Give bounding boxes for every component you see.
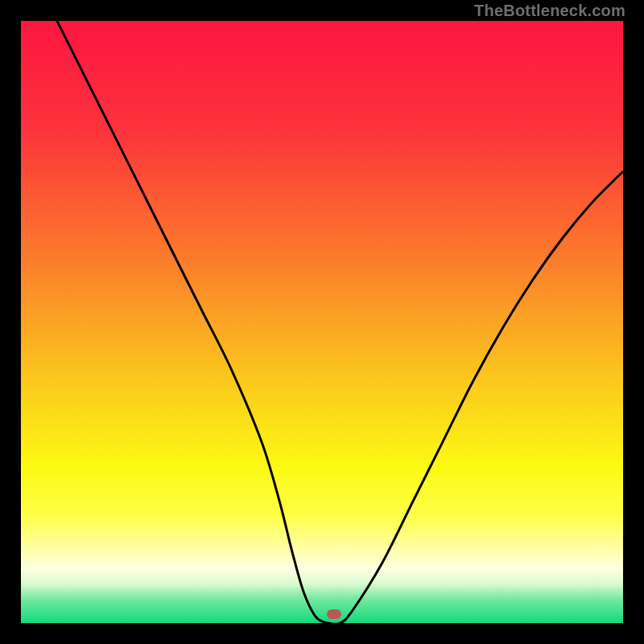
svg-rect-0 (21, 21, 623, 623)
watermark-text: TheBottleneck.com (474, 2, 625, 20)
optimal-point-marker (327, 609, 341, 619)
background-gradient (21, 21, 623, 623)
plot-area (21, 21, 623, 623)
chart-stage: TheBottleneck.com (0, 0, 644, 644)
